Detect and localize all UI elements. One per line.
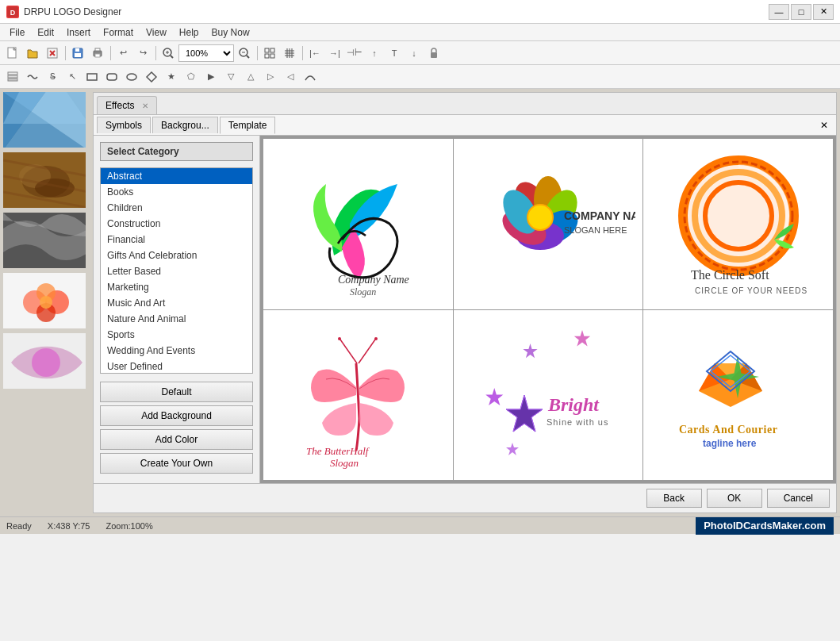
category-item-marketing[interactable]: Marketing <box>101 279 252 295</box>
tb-close[interactable] <box>43 44 62 63</box>
template-cell-5[interactable]: Bright Shine with us <box>454 310 643 481</box>
tb-redo[interactable]: ↪ <box>133 44 152 63</box>
category-label: Select Category <box>100 142 253 161</box>
default-button[interactable]: Default <box>100 382 253 402</box>
menu-view[interactable]: View <box>140 25 173 40</box>
ok-button[interactable]: OK <box>707 489 762 508</box>
category-item-user[interactable]: User Defined <box>101 359 252 374</box>
tb-triangle-down[interactable]: ▽ <box>221 67 240 86</box>
svg-rect-22 <box>265 54 269 58</box>
cancel-button[interactable]: Cancel <box>767 489 830 508</box>
tb-play-r[interactable]: ▷ <box>261 67 280 86</box>
subtab-symbols[interactable]: Symbols <box>97 117 151 133</box>
app-icon: D <box>6 6 19 18</box>
subtab-background[interactable]: Backgrou... <box>152 117 218 133</box>
tb-rectangle[interactable] <box>82 67 102 86</box>
tb-left-align[interactable]: |← <box>305 44 324 63</box>
menu-help[interactable]: Help <box>173 25 205 40</box>
tb-undo[interactable]: ↩ <box>113 44 132 63</box>
template-cell-3[interactable]: The Circle Soft CIRCLE OF YOUR NEEDS <box>643 139 833 309</box>
tb-layers[interactable] <box>3 67 22 86</box>
tb-star[interactable]: ★ <box>162 67 181 86</box>
category-item-books[interactable]: Books <box>101 184 252 200</box>
tb-select[interactable]: ↖ <box>63 67 82 86</box>
category-item-wedding[interactable]: Wedding And Events <box>101 343 252 359</box>
tb-strikethrough[interactable]: S̶ <box>43 67 62 86</box>
category-item-abstract[interactable]: Abstract <box>101 168 252 184</box>
thumb-5[interactable] <box>2 332 87 390</box>
tb-ellipse[interactable] <box>122 67 141 86</box>
tb-curve[interactable] <box>301 67 320 86</box>
template-grid: Company Name Slogan <box>260 136 836 483</box>
tb-grid1[interactable] <box>260 44 279 63</box>
menu-file[interactable]: File <box>3 25 31 40</box>
menu-format[interactable]: Format <box>97 25 140 40</box>
tb-top-align[interactable]: ↑ <box>365 44 384 63</box>
tb-save[interactable] <box>68 44 87 63</box>
tb-rounded-rect[interactable] <box>102 67 121 86</box>
create-own-button[interactable]: Create Your Own <box>100 453 253 474</box>
thumb-4[interactable] <box>2 271 87 330</box>
toolbar-row2: S̶ ↖ ★ ⬠ ▶ ▽ △ ▷ ◁ <box>0 65 840 89</box>
tb-arrow-r[interactable]: ▶ <box>201 67 221 86</box>
category-item-music[interactable]: Music And Art <box>101 295 252 311</box>
tb-center-align[interactable]: ⊣⊢ <box>345 44 364 63</box>
category-list[interactable]: AbstractBooksChildrenConstructionFinanci… <box>100 167 253 374</box>
svg-text:The ButterHalf: The ButterHalf <box>306 445 370 457</box>
dialog-close-btn[interactable]: ✕ <box>815 117 833 133</box>
tb-pentagon[interactable]: ⬠ <box>182 67 201 86</box>
menu-edit[interactable]: Edit <box>31 25 60 40</box>
tb-wave[interactable] <box>23 67 42 86</box>
template-cell-1[interactable]: Company Name Slogan <box>263 139 453 309</box>
app-title: DRPU LOGO Designer <box>24 6 764 17</box>
category-item-gifts[interactable]: Gifts And Celebration <box>101 248 252 263</box>
tb-sep2 <box>108 44 113 63</box>
svg-rect-9 <box>75 53 81 57</box>
subtab-template[interactable]: Template <box>220 117 276 134</box>
tb-open[interactable] <box>23 44 42 63</box>
close-button[interactable]: ✕ <box>813 4 834 20</box>
minimize-button[interactable]: — <box>769 4 789 20</box>
category-item-sports[interactable]: Sports <box>101 327 252 343</box>
svg-line-18 <box>247 56 249 58</box>
add-color-button[interactable]: Add Color <box>100 429 253 450</box>
category-item-children[interactable]: Children <box>101 200 252 216</box>
tb-new[interactable] <box>3 44 22 63</box>
menu-buynow[interactable]: Buy Now <box>205 25 256 40</box>
tb-zoom-out[interactable] <box>235 44 254 63</box>
tb-print[interactable] <box>88 44 107 63</box>
category-item-letter[interactable]: Letter Based <box>101 263 252 279</box>
tb-play-l[interactable]: ◁ <box>281 67 300 86</box>
maximize-button[interactable]: □ <box>791 4 811 20</box>
template-cell-4[interactable]: The ButterHalf Slogan <box>263 310 453 481</box>
tb-zoom-in[interactable] <box>159 44 178 63</box>
tab-effects-label[interactable]: Effects <box>105 100 134 111</box>
dialog-content: Select Category AbstractBooksChildrenCon… <box>94 136 836 483</box>
tb-down-arrow[interactable]: ↓ <box>405 44 424 63</box>
thumb-2[interactable] <box>2 151 87 209</box>
add-background-button[interactable]: Add Background <box>100 405 253 426</box>
template-cell-6[interactable]: Cards And Courier tagline here <box>643 310 833 481</box>
tab-effects-close[interactable]: ✕ <box>142 102 148 110</box>
tb-lock[interactable] <box>424 44 443 63</box>
category-item-nature[interactable]: Nature And Animal <box>101 311 252 327</box>
title-bar: D DRPU LOGO Designer — □ ✕ <box>0 0 840 24</box>
thumb-3[interactable] <box>2 211 87 270</box>
tb-diamond[interactable] <box>142 67 161 86</box>
status-ready: Ready <box>6 521 32 531</box>
svg-marker-82 <box>574 330 590 346</box>
menu-insert[interactable]: Insert <box>60 25 97 40</box>
menu-bar: File Edit Insert Format View Help Buy No… <box>0 24 840 41</box>
back-button[interactable]: Back <box>646 489 702 508</box>
tb-grid2[interactable] <box>280 44 299 63</box>
tb-triangle-up[interactable]: △ <box>241 67 260 86</box>
zoom-select[interactable]: 100%50%75%100%150%200% <box>178 44 234 62</box>
tb-text[interactable]: T <box>385 44 404 63</box>
category-item-construction[interactable]: Construction <box>101 216 252 232</box>
svg-text:D: D <box>10 9 16 17</box>
tb-right-align[interactable]: →| <box>325 44 344 63</box>
thumb-1[interactable] <box>2 90 87 149</box>
svg-text:Slogan: Slogan <box>350 286 376 297</box>
template-cell-2[interactable]: COMPANY NAME SLOGAN HERE <box>454 139 643 309</box>
category-item-financial[interactable]: Financial <box>101 232 252 248</box>
